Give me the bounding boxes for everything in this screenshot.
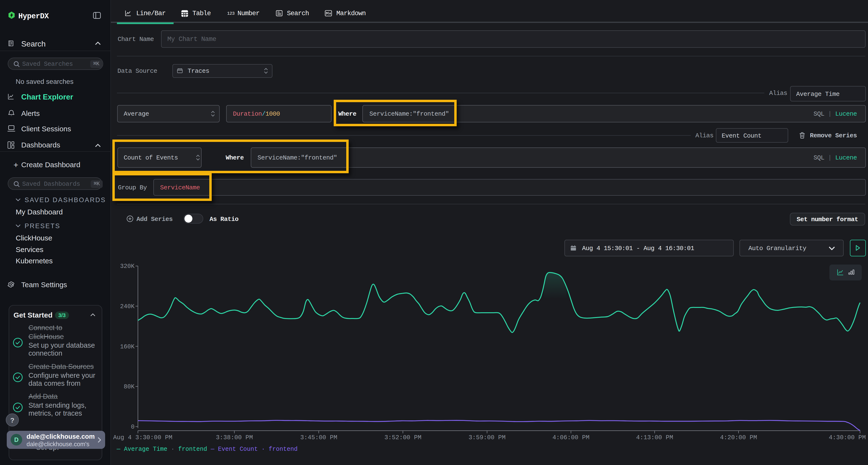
svg-text:4:30:00 PM: 4:30:00 PM bbox=[829, 434, 866, 441]
svg-text:320K: 320K bbox=[120, 263, 134, 270]
svg-text:4:06:00 PM: 4:06:00 PM bbox=[552, 434, 590, 441]
svg-text:3:38:00 PM: 3:38:00 PM bbox=[216, 434, 253, 441]
svg-text:0: 0 bbox=[131, 424, 134, 431]
svg-text:240K: 240K bbox=[120, 303, 134, 310]
svg-text:80K: 80K bbox=[124, 383, 134, 390]
svg-text:160K: 160K bbox=[120, 343, 134, 350]
svg-text:4:20:00 PM: 4:20:00 PM bbox=[720, 434, 757, 441]
svg-text:3:59:00 PM: 3:59:00 PM bbox=[468, 434, 506, 441]
svg-text:3:52:00 PM: 3:52:00 PM bbox=[384, 434, 422, 441]
svg-text:3:45:00 PM: 3:45:00 PM bbox=[300, 434, 337, 441]
svg-text:Aug 4 3:30:00 PM: Aug 4 3:30:00 PM bbox=[113, 434, 173, 441]
svg-text:4:13:00 PM: 4:13:00 PM bbox=[636, 434, 673, 441]
svg-text:— Average Time · frontend — Ev: — Average Time · frontend — Event Count … bbox=[117, 446, 298, 453]
